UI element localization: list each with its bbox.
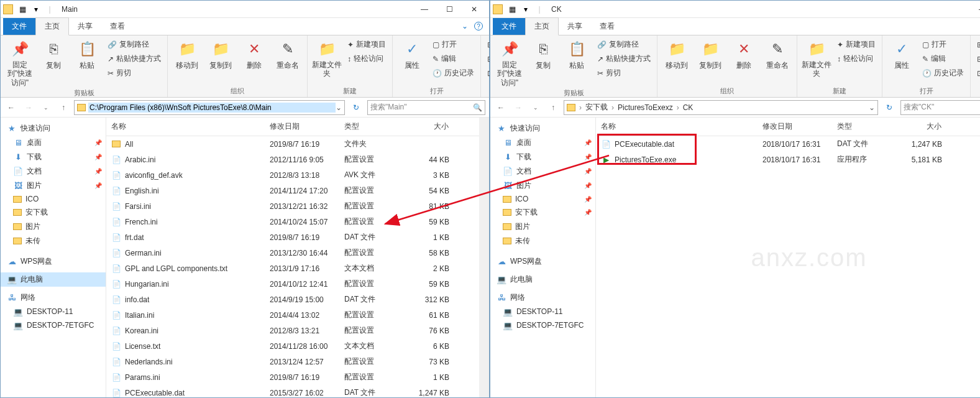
nav-weichuan[interactable]: 未传	[1, 234, 106, 248]
selectnone-button[interactable]: ⊟全部取消	[974, 52, 980, 65]
nav-weichuan[interactable]: 未传	[490, 234, 595, 248]
col-type[interactable]: 类型	[339, 118, 411, 136]
tab-file[interactable]: 文件	[493, 18, 525, 35]
pasteshortcut-button[interactable]: ↗粘贴快捷方式	[595, 52, 653, 65]
address-dropdown-icon[interactable]: ⌄	[336, 103, 342, 112]
scrollbar[interactable]	[479, 118, 489, 397]
nav-downloads[interactable]: ⬇下载📌	[1, 150, 106, 164]
nav-network[interactable]: 🖧网络	[1, 290, 106, 305]
back-button[interactable]: ←	[4, 101, 18, 114]
search-box[interactable]: 搜索"Main" 🔍	[367, 100, 485, 115]
copypath-button[interactable]: 🔗复制路径	[105, 38, 163, 51]
recent-button[interactable]: ⌄	[39, 101, 53, 114]
newitem-button[interactable]: ✦新建项目	[345, 38, 388, 51]
qat-newfolder[interactable]: ▾	[30, 3, 42, 16]
file-row[interactable]: 📄info.dat2014/9/19 15:00DAT 文件312 KB	[106, 292, 479, 307]
nav-documents[interactable]: 📄文档📌	[1, 164, 106, 178]
easyaccess-button[interactable]: ↕轻松访问	[835, 52, 878, 65]
nav-pictures[interactable]: 🖼图片📌	[490, 178, 595, 193]
nav-pictures2[interactable]: 图片	[1, 220, 106, 234]
file-row[interactable]: All2019/8/7 16:19文件夹	[106, 136, 479, 152]
open-button[interactable]: ▢打开	[920, 38, 966, 51]
minimize-button[interactable]: —	[412, 1, 437, 18]
moveto-button[interactable]: 📁移动到	[172, 37, 203, 71]
copy-button[interactable]: ⎘复制	[528, 37, 559, 71]
address-input[interactable]	[88, 103, 336, 113]
tab-share[interactable]: 共享	[69, 18, 101, 35]
col-name[interactable]: 名称	[106, 118, 265, 136]
nav-pc1[interactable]: 💻DESKTOP-11	[1, 305, 106, 318]
file-row[interactable]: 📄English.ini2014/11/24 17:20配置设置54 KB	[106, 183, 479, 198]
file-row[interactable]: 📄Params.ini2019/8/7 16:19配置设置1 KB	[106, 369, 479, 385]
tab-home[interactable]: 主页	[35, 17, 69, 35]
file-list[interactable]: 名称 修改日期 类型 大小 All2019/8/7 16:19文件夹📄Arabi…	[106, 118, 479, 397]
address-dropdown-icon[interactable]: ⌄	[869, 103, 875, 112]
pasteshortcut-button[interactable]: ↗粘贴快捷方式	[105, 52, 163, 65]
newfolder-button[interactable]: 📁新建文件夹	[801, 37, 832, 78]
search-box[interactable]: 搜索"CK" 🔍	[900, 100, 980, 115]
nav-pc1[interactable]: 💻DESKTOP-11	[490, 305, 595, 318]
titlebar[interactable]: ▦ ▾ | Main — ☐ ✕	[1, 1, 489, 18]
nav-pc2[interactable]: 💻DESKTOP-7ETGFC	[490, 318, 595, 332]
tab-view[interactable]: 查看	[101, 18, 134, 35]
file-row[interactable]: 📄Hungarian.ini2014/10/12 12:41配置设置59 KB	[106, 276, 479, 292]
invert-button[interactable]: ⊡反向选择	[974, 67, 980, 80]
copy-button[interactable]: ⎘复制	[38, 37, 69, 71]
forward-button[interactable]: →	[22, 101, 35, 114]
up-button[interactable]: ↑	[57, 101, 70, 114]
file-row[interactable]: 📄aviconfig_def.avk2012/8/3 13:18AVK 文件3 …	[106, 167, 479, 183]
close-button[interactable]: ✕	[462, 1, 487, 18]
forward-button[interactable]: →	[511, 101, 525, 114]
nav-pictures2[interactable]: 图片	[490, 220, 595, 234]
delete-button[interactable]: ✕删除	[728, 37, 759, 71]
minimize-button[interactable]: —	[970, 1, 980, 18]
properties-button[interactable]: ✓属性	[886, 37, 917, 71]
titlebar[interactable]: ▦ ▾ | CK — ☐	[490, 1, 980, 18]
ribbon-collapse-icon[interactable]: ⌄	[462, 22, 468, 30]
nav-pictures[interactable]: 🖼图片📌	[1, 178, 106, 193]
nav-documents[interactable]: 📄文档📌	[490, 164, 595, 178]
nav-ico[interactable]: ICO📌	[490, 193, 595, 205]
col-size[interactable]: 大小	[411, 118, 454, 136]
tab-file[interactable]: 文件	[3, 18, 35, 35]
crumb[interactable]: PicturesToExexz	[615, 103, 675, 112]
col-date[interactable]: 修改日期	[265, 118, 339, 136]
selectall-button[interactable]: ⊞全部选择	[974, 38, 980, 51]
moveto-button[interactable]: 📁移动到	[661, 37, 692, 71]
chevron-icon[interactable]: ›	[610, 103, 615, 112]
nav-wps[interactable]: ☁WPS网盘	[490, 254, 595, 269]
file-row[interactable]: ▶PicturesToExe.exe2018/10/17 16:31应用程序5,…	[596, 152, 980, 167]
help-icon[interactable]: ?	[474, 22, 483, 30]
nav-downloads[interactable]: ⬇下载📌	[490, 150, 595, 164]
nav-anxz[interactable]: 安下载📌	[490, 205, 595, 220]
file-row[interactable]: 📄PCExecutable.dat2018/10/17 16:31DAT 文件1…	[596, 136, 980, 152]
easyaccess-button[interactable]: ↕轻松访问	[345, 52, 388, 65]
col-size[interactable]: 大小	[904, 118, 947, 136]
edit-button[interactable]: ✎编辑	[430, 52, 477, 65]
maximize-button[interactable]: ☐	[437, 1, 462, 18]
newfolder-button[interactable]: 📁新建文件夹	[311, 37, 342, 78]
qat-properties[interactable]: ▦	[506, 3, 518, 16]
copyto-button[interactable]: 📁复制到	[695, 37, 726, 71]
delete-button[interactable]: ✕删除	[239, 37, 270, 71]
rename-button[interactable]: ✎重命名	[762, 37, 793, 71]
refresh-button[interactable]: ↻	[349, 100, 364, 115]
nav-thispc[interactable]: 💻此电脑	[1, 272, 106, 287]
address-breadcrumb[interactable]: › 安下载 › PicturesToExexz › CK ⌄	[564, 100, 878, 115]
file-row[interactable]: 📄Korean.ini2012/8/3 13:21配置设置76 KB	[106, 323, 479, 338]
qat-properties[interactable]: ▦	[16, 3, 29, 16]
file-row[interactable]: 📄License.txt2014/11/28 16:00文本文档6 KB	[106, 338, 479, 354]
file-row[interactable]: 📄German.ini2013/12/30 16:44配置设置58 KB	[106, 245, 479, 261]
history-button[interactable]: 🕐历史记录	[430, 67, 477, 80]
newitem-button[interactable]: ✦新建项目	[835, 38, 878, 51]
recent-button[interactable]: ⌄	[529, 101, 543, 114]
nav-pane[interactable]: ★快速访问 🖥桌面📌 ⬇下载📌 📄文档📌 🖼图片📌 ICO 安下载 图片 未传 …	[1, 118, 106, 397]
file-row[interactable]: 📄French.ini2014/10/24 15:07配置设置59 KB	[106, 214, 479, 229]
file-row[interactable]: 📄Italian.ini2014/4/4 13:02配置设置61 KB	[106, 307, 479, 323]
nav-network[interactable]: 🖧网络	[490, 290, 595, 305]
chevron-icon[interactable]: ›	[675, 103, 680, 112]
file-row[interactable]: 📄GPL and LGPL components.txt2013/1/9 17:…	[106, 261, 479, 276]
history-button[interactable]: 🕐历史记录	[920, 67, 966, 80]
nav-quickaccess[interactable]: ★快速访问	[1, 121, 106, 136]
nav-wps[interactable]: ☁WPS网盘	[1, 254, 106, 269]
